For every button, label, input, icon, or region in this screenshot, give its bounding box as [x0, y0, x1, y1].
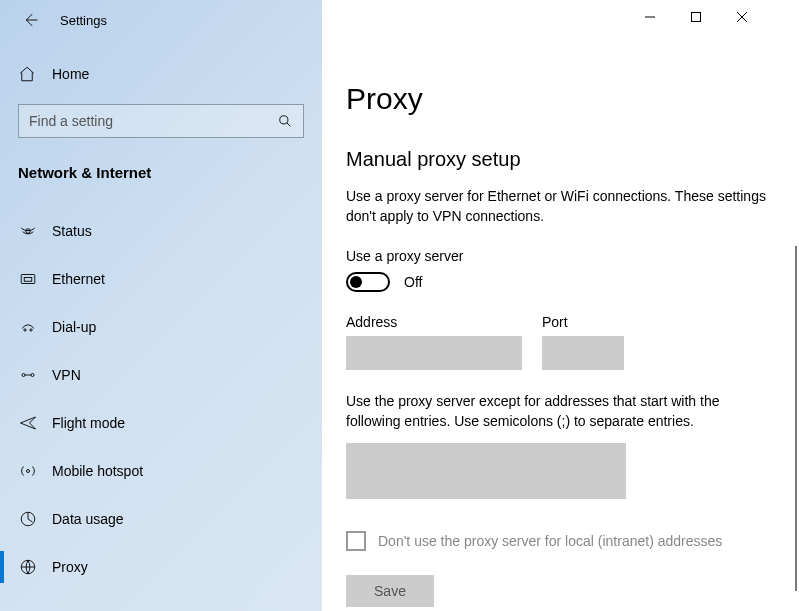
- globe-icon: [18, 558, 38, 576]
- sidebar-item-hotspot[interactable]: Mobile hotspot: [0, 447, 322, 495]
- local-addresses-checkbox[interactable]: [346, 531, 366, 551]
- hotspot-icon: [18, 462, 38, 480]
- airplane-icon: [18, 414, 38, 432]
- nav-list: Status Ethernet Dial-up VPN Flight mode …: [0, 207, 322, 591]
- sidebar-item-ethernet[interactable]: Ethernet: [0, 255, 322, 303]
- local-addresses-label: Don't use the proxy server for local (in…: [378, 533, 722, 549]
- svg-rect-2: [21, 275, 35, 284]
- sidebar-item-label: Data usage: [52, 511, 124, 527]
- main-content: Proxy Manual proxy setup Use a proxy ser…: [322, 0, 799, 611]
- save-button[interactable]: Save: [346, 575, 434, 607]
- port-input[interactable]: [542, 336, 624, 370]
- port-label: Port: [542, 314, 624, 330]
- address-port-row: Address Port: [346, 314, 769, 370]
- svg-rect-11: [692, 13, 701, 22]
- svg-point-5: [30, 329, 32, 331]
- sidebar-item-proxy[interactable]: Proxy: [0, 543, 322, 591]
- sidebar-item-vpn[interactable]: VPN: [0, 351, 322, 399]
- sidebar-section-header: Network & Internet: [0, 164, 322, 181]
- sidebar: Settings Home Network & Internet Status …: [0, 0, 322, 611]
- address-column: Address: [346, 314, 522, 370]
- close-button[interactable]: [719, 2, 765, 32]
- svg-point-7: [31, 374, 34, 377]
- dialup-icon: [18, 318, 38, 336]
- port-column: Port: [542, 314, 624, 370]
- section-title: Manual proxy setup: [346, 148, 769, 171]
- search-box[interactable]: [18, 104, 304, 138]
- sidebar-item-label: Mobile hotspot: [52, 463, 143, 479]
- use-proxy-label: Use a proxy server: [346, 248, 769, 264]
- scrollbar[interactable]: [795, 246, 797, 591]
- sidebar-item-home[interactable]: Home: [0, 54, 322, 94]
- vpn-icon: [18, 366, 38, 384]
- sidebar-item-label: Proxy: [52, 559, 88, 575]
- section-description: Use a proxy server for Ethernet or WiFi …: [346, 187, 766, 226]
- maximize-button[interactable]: [673, 2, 719, 32]
- datausage-icon: [18, 510, 38, 528]
- exclusion-description: Use the proxy server except for addresse…: [346, 392, 769, 431]
- svg-point-6: [22, 374, 25, 377]
- sidebar-item-label: VPN: [52, 367, 81, 383]
- local-addresses-row: Don't use the proxy server for local (in…: [346, 531, 769, 551]
- sidebar-item-label: Ethernet: [52, 271, 105, 287]
- back-button[interactable]: [18, 8, 42, 32]
- sidebar-item-label: Status: [52, 223, 92, 239]
- page-title: Proxy: [346, 82, 769, 116]
- sidebar-header: Settings: [0, 0, 322, 40]
- toggle-state-label: Off: [404, 274, 422, 290]
- sidebar-item-label: Dial-up: [52, 319, 96, 335]
- svg-point-4: [24, 329, 26, 331]
- sidebar-item-datausage[interactable]: Data usage: [0, 495, 322, 543]
- use-proxy-toggle-row: Off: [346, 272, 769, 292]
- status-icon: [18, 222, 38, 240]
- svg-rect-3: [24, 278, 32, 282]
- address-input[interactable]: [346, 336, 522, 370]
- svg-point-0: [280, 116, 288, 124]
- exclusion-input[interactable]: [346, 443, 626, 499]
- minimize-button[interactable]: [627, 2, 673, 32]
- search-input[interactable]: [29, 113, 277, 129]
- address-label: Address: [346, 314, 522, 330]
- use-proxy-toggle[interactable]: [346, 272, 390, 292]
- sidebar-item-label: Flight mode: [52, 415, 125, 431]
- sidebar-item-label: Home: [52, 66, 89, 82]
- sidebar-item-dialup[interactable]: Dial-up: [0, 303, 322, 351]
- home-icon: [18, 65, 38, 83]
- sidebar-item-flightmode[interactable]: Flight mode: [0, 399, 322, 447]
- sidebar-item-status[interactable]: Status: [0, 207, 322, 255]
- titlebar: [346, 0, 769, 34]
- ethernet-icon: [18, 270, 38, 288]
- svg-point-8: [27, 470, 30, 473]
- search-icon: [277, 113, 293, 129]
- app-title: Settings: [60, 13, 107, 28]
- search-container: [0, 104, 322, 138]
